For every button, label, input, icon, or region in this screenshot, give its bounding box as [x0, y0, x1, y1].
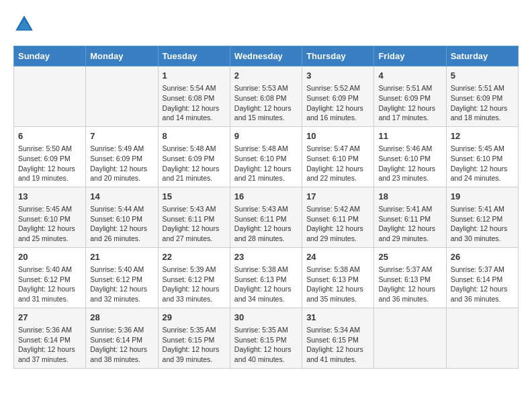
- calendar-cell: 20Sunrise: 5:40 AM Sunset: 6:12 PM Dayli…: [14, 247, 86, 308]
- day-info: Sunrise: 5:34 AM Sunset: 6:15 PM Dayligh…: [306, 325, 369, 365]
- calendar-cell: 10Sunrise: 5:47 AM Sunset: 6:10 PM Dayli…: [302, 126, 374, 187]
- day-info: Sunrise: 5:50 AM Sunset: 6:09 PM Dayligh…: [18, 144, 81, 183]
- day-of-week-header: Tuesday: [158, 46, 230, 66]
- day-info: Sunrise: 5:53 AM Sunset: 6:08 PM Dayligh…: [234, 83, 298, 123]
- day-number: 15: [163, 191, 226, 203]
- day-number: 22: [163, 251, 226, 263]
- calendar-week-row: 27Sunrise: 5:36 AM Sunset: 6:14 PM Dayli…: [14, 308, 519, 368]
- day-info: Sunrise: 5:37 AM Sunset: 6:14 PM Dayligh…: [451, 265, 514, 304]
- calendar-cell: 6Sunrise: 5:50 AM Sunset: 6:09 PM Daylig…: [14, 126, 86, 187]
- calendar-week-row: 20Sunrise: 5:40 AM Sunset: 6:12 PM Dayli…: [14, 247, 519, 308]
- day-info: Sunrise: 5:42 AM Sunset: 6:11 PM Dayligh…: [306, 204, 369, 244]
- day-info: Sunrise: 5:44 AM Sunset: 6:10 PM Dayligh…: [90, 204, 153, 244]
- day-number: 21: [90, 251, 153, 263]
- day-number: 18: [378, 191, 441, 203]
- day-info: Sunrise: 5:45 AM Sunset: 6:10 PM Dayligh…: [451, 144, 514, 183]
- calendar-cell: 14Sunrise: 5:44 AM Sunset: 6:10 PM Dayli…: [86, 187, 158, 247]
- calendar-cell: 4Sunrise: 5:51 AM Sunset: 6:09 PM Daylig…: [374, 66, 446, 127]
- day-info: Sunrise: 5:41 AM Sunset: 6:12 PM Dayligh…: [451, 204, 514, 244]
- day-number: 30: [234, 312, 298, 324]
- day-info: Sunrise: 5:51 AM Sunset: 6:09 PM Dayligh…: [451, 83, 514, 123]
- day-number: 25: [378, 251, 441, 263]
- logo: [13, 13, 38, 35]
- day-info: Sunrise: 5:43 AM Sunset: 6:11 PM Dayligh…: [234, 204, 298, 244]
- calendar-header-row: SundayMondayTuesdayWednesdayThursdayFrid…: [14, 46, 519, 66]
- day-number: 20: [18, 251, 81, 263]
- day-info: Sunrise: 5:48 AM Sunset: 6:10 PM Dayligh…: [234, 144, 298, 183]
- calendar-week-row: 1Sunrise: 5:54 AM Sunset: 6:08 PM Daylig…: [14, 66, 519, 127]
- day-info: Sunrise: 5:48 AM Sunset: 6:09 PM Dayligh…: [163, 144, 226, 183]
- day-info: Sunrise: 5:39 AM Sunset: 6:12 PM Dayligh…: [163, 265, 226, 304]
- day-info: Sunrise: 5:38 AM Sunset: 6:13 PM Dayligh…: [306, 265, 369, 304]
- day-info: Sunrise: 5:38 AM Sunset: 6:13 PM Dayligh…: [234, 265, 298, 304]
- calendar-cell: 15Sunrise: 5:43 AM Sunset: 6:11 PM Dayli…: [158, 187, 230, 247]
- day-of-week-header: Monday: [86, 46, 158, 66]
- day-info: Sunrise: 5:35 AM Sunset: 6:15 PM Dayligh…: [234, 325, 298, 365]
- day-number: 29: [163, 312, 226, 324]
- calendar-cell: [14, 66, 86, 127]
- calendar-week-row: 13Sunrise: 5:45 AM Sunset: 6:10 PM Dayli…: [14, 187, 519, 247]
- day-of-week-header: Sunday: [14, 46, 86, 66]
- calendar-cell: 21Sunrise: 5:40 AM Sunset: 6:12 PM Dayli…: [86, 247, 158, 308]
- calendar-cell: 31Sunrise: 5:34 AM Sunset: 6:15 PM Dayli…: [302, 308, 374, 368]
- calendar-cell: 17Sunrise: 5:42 AM Sunset: 6:11 PM Dayli…: [302, 187, 374, 247]
- day-info: Sunrise: 5:47 AM Sunset: 6:10 PM Dayligh…: [306, 144, 369, 183]
- day-info: Sunrise: 5:37 AM Sunset: 6:13 PM Dayligh…: [378, 265, 441, 304]
- day-number: 16: [234, 191, 298, 203]
- calendar-cell: [86, 66, 158, 127]
- day-number: 23: [234, 251, 298, 263]
- calendar-cell: 25Sunrise: 5:37 AM Sunset: 6:13 PM Dayli…: [374, 247, 446, 308]
- day-number: 26: [451, 251, 514, 263]
- calendar-cell: 18Sunrise: 5:41 AM Sunset: 6:11 PM Dayli…: [374, 187, 446, 247]
- calendar-cell: 13Sunrise: 5:45 AM Sunset: 6:10 PM Dayli…: [14, 187, 86, 247]
- day-number: 24: [306, 251, 369, 263]
- day-of-week-header: Friday: [374, 46, 446, 66]
- calendar-cell: [446, 308, 518, 368]
- calendar-cell: 22Sunrise: 5:39 AM Sunset: 6:12 PM Dayli…: [158, 247, 230, 308]
- day-info: Sunrise: 5:40 AM Sunset: 6:12 PM Dayligh…: [18, 265, 81, 304]
- day-info: Sunrise: 5:46 AM Sunset: 6:10 PM Dayligh…: [378, 144, 441, 183]
- calendar-cell: 3Sunrise: 5:52 AM Sunset: 6:09 PM Daylig…: [302, 66, 374, 127]
- calendar-cell: 24Sunrise: 5:38 AM Sunset: 6:13 PM Dayli…: [302, 247, 374, 308]
- day-info: Sunrise: 5:52 AM Sunset: 6:09 PM Dayligh…: [306, 83, 369, 123]
- day-info: Sunrise: 5:54 AM Sunset: 6:08 PM Dayligh…: [163, 83, 226, 123]
- calendar-cell: 11Sunrise: 5:46 AM Sunset: 6:10 PM Dayli…: [374, 126, 446, 187]
- day-number: 28: [90, 312, 153, 324]
- day-info: Sunrise: 5:36 AM Sunset: 6:14 PM Dayligh…: [90, 325, 153, 365]
- day-number: 11: [378, 130, 441, 142]
- day-number: 27: [18, 312, 81, 324]
- day-info: Sunrise: 5:41 AM Sunset: 6:11 PM Dayligh…: [378, 204, 441, 244]
- day-info: Sunrise: 5:40 AM Sunset: 6:12 PM Dayligh…: [90, 265, 153, 304]
- calendar-week-row: 6Sunrise: 5:50 AM Sunset: 6:09 PM Daylig…: [14, 126, 519, 187]
- day-number: 1: [163, 70, 226, 82]
- day-number: 4: [378, 70, 441, 82]
- day-number: 6: [18, 130, 81, 142]
- calendar-cell: 23Sunrise: 5:38 AM Sunset: 6:13 PM Dayli…: [230, 247, 302, 308]
- day-number: 10: [306, 130, 369, 142]
- day-number: 12: [451, 130, 514, 142]
- day-info: Sunrise: 5:45 AM Sunset: 6:10 PM Dayligh…: [18, 204, 81, 244]
- day-number: 19: [451, 191, 514, 203]
- day-number: 31: [306, 312, 369, 324]
- day-of-week-header: Wednesday: [230, 46, 302, 66]
- day-info: Sunrise: 5:49 AM Sunset: 6:09 PM Dayligh…: [90, 144, 153, 183]
- calendar-cell: 7Sunrise: 5:49 AM Sunset: 6:09 PM Daylig…: [86, 126, 158, 187]
- day-of-week-header: Thursday: [302, 46, 374, 66]
- calendar-cell: 8Sunrise: 5:48 AM Sunset: 6:09 PM Daylig…: [158, 126, 230, 187]
- day-number: 5: [451, 70, 514, 82]
- calendar-cell: 30Sunrise: 5:35 AM Sunset: 6:15 PM Dayli…: [230, 308, 302, 368]
- day-info: Sunrise: 5:51 AM Sunset: 6:09 PM Dayligh…: [378, 83, 441, 123]
- calendar-cell: 28Sunrise: 5:36 AM Sunset: 6:14 PM Dayli…: [86, 308, 158, 368]
- calendar-cell: [374, 308, 446, 368]
- day-number: 3: [306, 70, 369, 82]
- calendar-cell: 2Sunrise: 5:53 AM Sunset: 6:08 PM Daylig…: [230, 66, 302, 127]
- day-of-week-header: Saturday: [446, 46, 518, 66]
- calendar-cell: 1Sunrise: 5:54 AM Sunset: 6:08 PM Daylig…: [158, 66, 230, 127]
- day-number: 8: [163, 130, 226, 142]
- day-info: Sunrise: 5:35 AM Sunset: 6:15 PM Dayligh…: [163, 325, 226, 365]
- day-number: 13: [18, 191, 81, 203]
- calendar-table: SundayMondayTuesdayWednesdayThursdayFrid…: [13, 46, 519, 369]
- calendar-cell: 26Sunrise: 5:37 AM Sunset: 6:14 PM Dayli…: [446, 247, 518, 308]
- day-number: 17: [306, 191, 369, 203]
- day-number: 14: [90, 191, 153, 203]
